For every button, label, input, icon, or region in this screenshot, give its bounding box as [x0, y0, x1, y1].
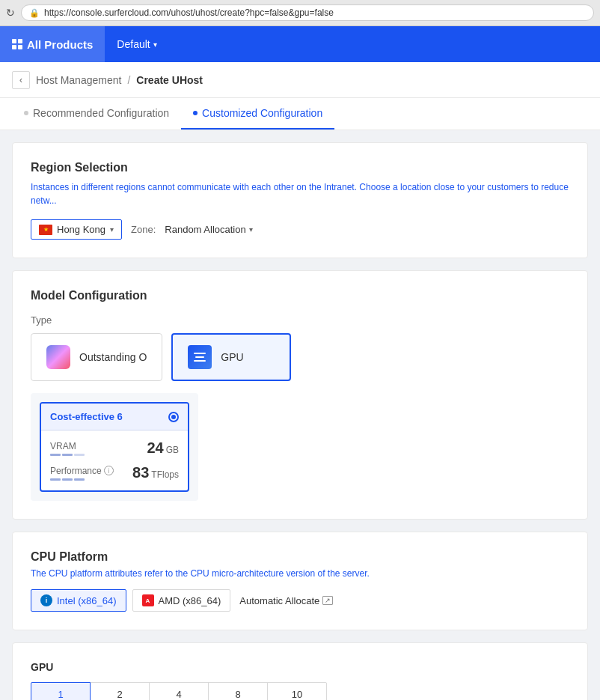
region-title: Region Selection	[31, 161, 569, 174]
cpu-platform-card: CPU Platform The CPU platform attributes…	[12, 532, 588, 630]
performance-bars	[50, 478, 114, 481]
gpu-count-2[interactable]: 2	[90, 682, 150, 700]
outstanding-icon	[46, 345, 70, 369]
type-cards-container: Outstanding O GPU	[31, 333, 569, 381]
vram-value-group: 24 GB	[147, 439, 179, 457]
radio-selected-icon	[168, 412, 179, 422]
auto-allocate-label: Automatic Allocate	[239, 595, 319, 606]
nav-bar: All Products Default ▾	[0, 26, 600, 62]
outstanding-label: Outstanding O	[79, 351, 147, 363]
grid-icon	[12, 39, 22, 49]
content-area: Region Selection Instances in different …	[0, 130, 600, 700]
performance-value-group: 83 TFlops	[132, 464, 179, 481]
gpu-type-icon	[188, 345, 212, 369]
lock-icon: 🔒	[29, 8, 40, 18]
sub-config-card[interactable]: Cost-effective 6 VRAM	[40, 402, 189, 492]
zone-selector[interactable]: Random Allocation ▾	[165, 224, 252, 235]
performance-label: Performance	[50, 466, 102, 476]
breadcrumb-separator: /	[127, 74, 130, 86]
model-title: Model Configuration	[31, 289, 569, 302]
intel-button[interactable]: i Intel (x86_64)	[31, 589, 126, 612]
gpu-count-1[interactable]: 1	[31, 682, 91, 700]
tab-recommended[interactable]: Recommended Configuration	[12, 98, 181, 130]
vram-unit: GB	[166, 445, 179, 455]
external-link-icon: ↗	[322, 596, 333, 605]
performance-label-row: Performance i	[50, 466, 114, 476]
zone-label: Zone:	[131, 224, 156, 235]
breadcrumb-bar: ‹ Host Management / Create UHost	[0, 62, 600, 98]
vram-label-group: VRAM	[50, 441, 85, 456]
vram-row: VRAM 24 GB	[50, 439, 179, 457]
browser-chrome: ↻ 🔒 https://console.surfercloud.com/uhos…	[0, 0, 600, 26]
amd-button[interactable]: A AMD (x86_64)	[132, 589, 231, 612]
gpu-section-title: GPU	[31, 661, 569, 673]
all-products-button[interactable]: All Products	[0, 26, 105, 62]
gpu-count-8[interactable]: 8	[208, 682, 268, 700]
info-icon[interactable]: i	[104, 466, 114, 475]
breadcrumb-host-management[interactable]: Host Management	[36, 74, 121, 86]
gpu-count-4[interactable]: 4	[149, 682, 209, 700]
back-button[interactable]: ‹	[12, 71, 30, 89]
tab-customized[interactable]: Customized Configuration	[181, 98, 334, 130]
cpu-platform-title: CPU Platform	[31, 550, 569, 564]
vram-label: VRAM	[50, 441, 85, 451]
region-description: Instances in different regions cannot co…	[31, 180, 569, 207]
gpu-count-10[interactable]: 10	[267, 682, 327, 700]
performance-row: Performance i 83 TFlops	[50, 464, 179, 481]
url-text: https://console.surfercloud.com/uhost/uh…	[44, 7, 334, 18]
type-label: Type	[31, 314, 569, 326]
tab-customized-label: Customized Configuration	[202, 107, 322, 119]
performance-value: 83	[132, 464, 149, 481]
performance-unit: TFlops	[151, 469, 179, 480]
reload-icon[interactable]: ↻	[6, 7, 15, 19]
platform-buttons: i Intel (x86_64) A AMD (x86_64) Automati…	[31, 589, 569, 612]
tab-recommended-label: Recommended Configuration	[33, 107, 169, 119]
default-menu[interactable]: Default ▾	[105, 26, 168, 62]
all-products-label: All Products	[27, 38, 93, 51]
region-chevron-icon: ▾	[110, 225, 114, 234]
default-label: Default	[117, 38, 150, 50]
amd-label: AMD (x86_64)	[159, 595, 221, 606]
region-card: Region Selection Instances in different …	[12, 142, 588, 258]
gpu-count-buttons: 1 2 4 8 10	[31, 682, 569, 700]
chevron-down-icon: ▾	[153, 40, 157, 49]
type-card-gpu[interactable]: GPU	[171, 333, 291, 381]
amd-icon: A	[142, 594, 154, 606]
performance-label-group: Performance i	[50, 466, 114, 481]
sub-config-title: Cost-effective 6	[50, 411, 123, 422]
zone-name: Random Allocation	[165, 224, 245, 235]
auto-allocate-button[interactable]: Automatic Allocate ↗	[236, 591, 336, 611]
vram-value: 24	[147, 439, 163, 457]
hk-flag-icon: ★	[39, 225, 52, 235]
gpu-type-label: GPU	[221, 351, 243, 363]
zone-chevron-icon: ▾	[249, 225, 253, 234]
url-bar[interactable]: 🔒 https://console.surfercloud.com/uhost/…	[21, 4, 594, 21]
sub-config-area: Cost-effective 6 VRAM	[31, 393, 198, 501]
type-card-outstanding[interactable]: Outstanding O	[31, 333, 162, 381]
region-selector[interactable]: ★ Hong Kong ▾	[31, 219, 122, 240]
tab-customized-dot	[193, 111, 198, 115]
sub-config-header: Cost-effective 6	[41, 404, 188, 430]
region-controls: ★ Hong Kong ▾ Zone: Random Allocation ▾	[31, 219, 569, 240]
cpu-platform-description: The CPU platform attributes refer to the…	[31, 568, 569, 579]
breadcrumb-current: Create UHost	[136, 74, 203, 86]
intel-icon: i	[40, 594, 52, 606]
model-card: Model Configuration Type Outstanding O G…	[12, 270, 588, 520]
intel-label: Intel (x86_64)	[57, 595, 117, 606]
region-name: Hong Kong	[57, 224, 105, 235]
sub-config-body: VRAM 24 GB	[41, 430, 188, 490]
tabs-bar: Recommended Configuration Customized Con…	[0, 98, 600, 130]
tab-recommended-dot	[24, 111, 28, 115]
vram-bars	[50, 454, 85, 456]
gpu-section-card: GPU 1 2 4 8 10	[12, 642, 588, 700]
